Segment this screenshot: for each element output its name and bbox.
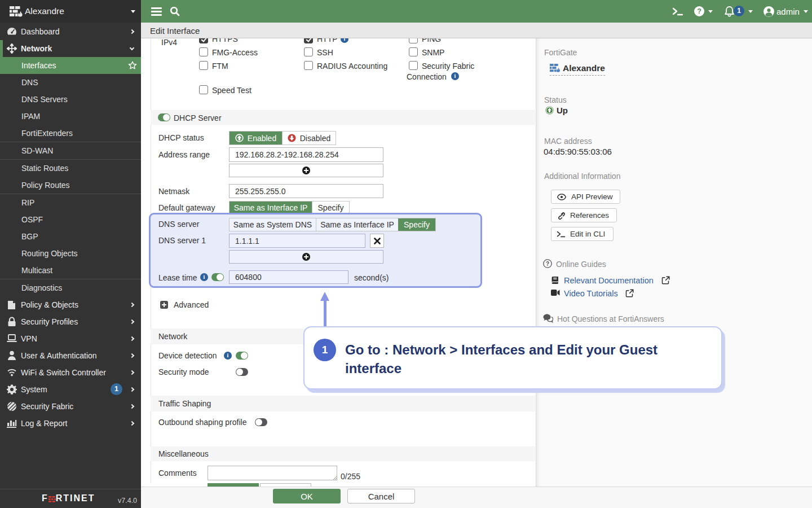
svg-text:?: ? <box>546 261 549 267</box>
